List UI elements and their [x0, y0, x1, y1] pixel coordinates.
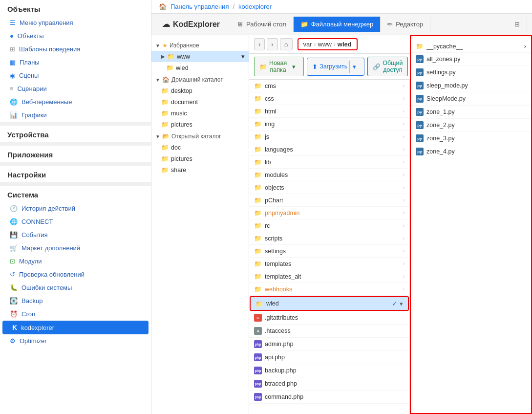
connect-icon: 🌐: [10, 218, 18, 225]
folder-lib-icon: 📁: [254, 158, 262, 166]
list-item[interactable]: 📁 js ›: [249, 131, 409, 143]
upload-dropdown-icon[interactable]: ▾: [349, 61, 359, 73]
sidebar-item-events[interactable]: 💾 События: [0, 228, 151, 241]
sidebar-item-plans[interactable]: ▦ Планы: [0, 56, 151, 69]
list-item[interactable]: py zone_4.py: [411, 145, 531, 158]
php-btraced-icon: php: [254, 380, 262, 388]
list-item[interactable]: php admin.php: [249, 338, 409, 351]
list-item[interactable]: py settings.py: [411, 66, 531, 79]
list-item[interactable]: 📁 cms ›: [249, 80, 409, 92]
folder-www-icon: 📁: [167, 53, 175, 60]
list-item[interactable]: py zone_2.py: [411, 119, 531, 132]
list-item[interactable]: 📁 lib ›: [249, 156, 409, 169]
new-folder-button[interactable]: 📁 Новая папка ▾: [254, 57, 304, 76]
upload-icon: ⬆: [312, 63, 318, 70]
py-sleep-mode-icon: py: [416, 82, 424, 89]
list-item[interactable]: 📁 templates ›: [249, 258, 409, 270]
list-item[interactable]: py all_zones.py: [411, 53, 531, 66]
apps-icon: ⊞: [514, 21, 520, 28]
sidebar-item-menu-management[interactable]: ☰ Меню управления: [0, 16, 151, 29]
tree-item-pictures[interactable]: 📁 pictures: [151, 119, 249, 130]
wled-dropdown-icon[interactable]: ▾: [400, 300, 403, 307]
list-item[interactable]: 📁 pChart ›: [249, 194, 409, 207]
sidebar-item-scenarios[interactable]: ≡ Сценарии: [0, 82, 151, 95]
list-item[interactable]: 📁 webhooks ›: [249, 283, 409, 296]
sidebar-item-backup[interactable]: 💽 Backup: [0, 294, 151, 307]
tree-section-public[interactable]: ▼ 📂 Открытый каталог: [151, 130, 249, 142]
list-item[interactable]: 📁 languages ›: [249, 143, 409, 156]
sidebar-item-modules[interactable]: ⊡ Модули: [0, 255, 151, 268]
list-item[interactable]: php api.php: [249, 351, 409, 364]
list-item[interactable]: 📁 css ›: [249, 92, 409, 105]
tab-editor[interactable]: ✏ Редактор: [381, 17, 430, 32]
tab-desktop[interactable]: 🖥 Рабочий стол: [230, 17, 294, 32]
breadcrumb-home-link[interactable]: Панель управления: [170, 3, 229, 10]
sidebar-item-cron[interactable]: ⏰ Cron: [0, 307, 151, 321]
path-www[interactable]: www: [318, 41, 332, 48]
tab-apps[interactable]: ⊞: [508, 17, 527, 32]
sidebar-item-errors[interactable]: 🐛 Ошибки системы: [0, 281, 151, 294]
forward-button[interactable]: ›: [267, 38, 277, 50]
tree-item-doc[interactable]: 📁 doc: [151, 142, 249, 153]
list-item[interactable]: G .gitattributes: [249, 311, 409, 325]
sidebar-item-scenes[interactable]: ◉ Сцены: [0, 69, 151, 82]
folder-js-icon: 📁: [254, 133, 262, 140]
tree-item-pictures2[interactable]: 📁 pictures: [151, 153, 249, 164]
tab-filemanager[interactable]: 📁 Файловый менеджер: [294, 17, 381, 32]
chevron-icon: ›: [403, 223, 404, 228]
list-item[interactable]: 📁 objects ›: [249, 181, 409, 194]
tree-section-favorites[interactable]: ▼ ★ Избранное: [151, 39, 249, 51]
list-item[interactable]: py zone_1.py: [411, 106, 531, 119]
list-item[interactable]: py SleepMode.py: [411, 92, 531, 106]
sidebar-item-graphics[interactable]: 📊 Графики: [0, 109, 151, 122]
tree-item-document[interactable]: 📁 document: [151, 96, 249, 108]
list-item[interactable]: 📁 settings ›: [249, 245, 409, 258]
breadcrumb-current: kodexplorer: [238, 3, 272, 10]
list-item[interactable]: 📁 img ›: [249, 118, 409, 131]
list-item[interactable]: 📁 templates_alt ›: [249, 270, 409, 283]
list-item[interactable]: H .htaccess: [249, 325, 409, 338]
list-item-wled[interactable]: 📁 wled ✓ ▾: [250, 296, 409, 311]
tree-item-wled[interactable]: 📁 wled: [151, 62, 249, 73]
list-item[interactable]: php btraced.php: [249, 377, 409, 391]
list-item[interactable]: 📁 modules ›: [249, 169, 409, 181]
list-item[interactable]: 📁 scripts ›: [249, 232, 409, 245]
new-folder-dropdown-icon[interactable]: ▾: [289, 61, 298, 73]
sidebar-item-objects[interactable]: ● Объекты: [0, 29, 151, 43]
tree-item-www[interactable]: ▶ 📁 www ▾: [151, 51, 249, 62]
share-button[interactable]: 🔗 Общий доступ: [367, 57, 408, 76]
plans-icon: ▦: [10, 59, 16, 66]
tree-section-home[interactable]: ▼ 🏠 Домашний каталог: [151, 73, 249, 85]
path-var[interactable]: var: [303, 41, 312, 48]
sidebar-item-history[interactable]: 🕐 История действий: [0, 202, 151, 215]
path-wled[interactable]: wled: [338, 41, 352, 48]
menu-icon: ☰: [10, 19, 16, 26]
tree-item-share[interactable]: 📁 share: [151, 164, 249, 175]
list-item[interactable]: 📁 rc ›: [249, 219, 409, 232]
back-button[interactable]: ‹: [254, 38, 265, 50]
py-zone2-icon: py: [416, 121, 424, 129]
wled-actions: ✓ ▾: [392, 300, 403, 307]
list-item[interactable]: 📁 phpmyadmin ›: [249, 207, 409, 219]
tree-item-music[interactable]: 📁 music: [151, 108, 249, 119]
list-item[interactable]: 📁 html ›: [249, 105, 409, 118]
py-settings-icon: py: [416, 68, 424, 76]
sidebar-item-market[interactable]: 🛒 Маркет дополнений: [0, 241, 151, 255]
list-item[interactable]: 📁 __pycache__ ›: [411, 40, 531, 53]
home-button[interactable]: ⌂: [280, 38, 293, 50]
sidebar-item-connect[interactable]: 🌐 CONNECT: [0, 215, 151, 228]
py-all-zones-icon: py: [416, 55, 424, 63]
sidebar-item-optimizer[interactable]: ⚙ Optimizer: [0, 334, 151, 348]
sidebar-item-check-updates[interactable]: ↺ Проверка обновлений: [0, 268, 151, 281]
list-item[interactable]: php command.php: [249, 391, 409, 404]
chevron-icon: ›: [403, 96, 404, 101]
list-item[interactable]: py sleep_mode.py: [411, 79, 531, 92]
web-icon: 🌐: [10, 98, 18, 106]
list-item[interactable]: php backup.php: [249, 364, 409, 377]
sidebar-item-behavior-templates[interactable]: ⊞ Шаблоны поведения: [0, 43, 151, 56]
upload-button[interactable]: ⬆ Загрузить ▾: [307, 58, 364, 76]
sidebar-item-web-vars[interactable]: 🌐 Веб-переменные: [0, 95, 151, 109]
sidebar-item-kodexplorer[interactable]: K kodexplorer: [2, 321, 149, 334]
list-item[interactable]: py zone_3.py: [411, 132, 531, 145]
tree-item-desktop[interactable]: 📁 desktop: [151, 85, 249, 96]
